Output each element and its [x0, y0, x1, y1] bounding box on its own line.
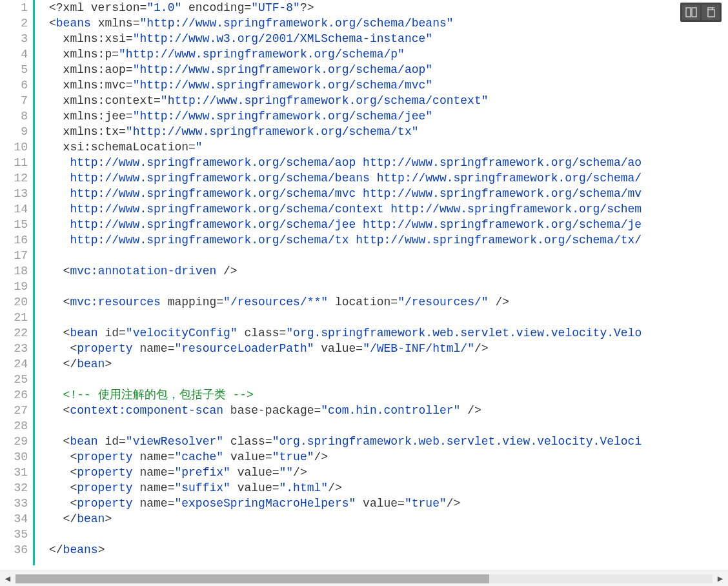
code-token: mapping=	[161, 296, 223, 308]
code-token: "com.hin.controller"	[321, 404, 460, 417]
code-token: </	[63, 512, 77, 525]
code-token: xmlns:p=	[49, 48, 119, 61]
code-token: "viewResolver"	[126, 435, 223, 448]
code-token: "prefix"	[174, 466, 230, 479]
code-line[interactable]: <bean id="viewResolver" class="org.sprin…	[49, 434, 728, 449]
code-token: class=	[223, 435, 272, 448]
code-line[interactable]: <!-- 使用注解的包，包括子类 -->	[49, 387, 728, 403]
split-view-button[interactable]	[682, 5, 700, 20]
code-token: "true"	[405, 497, 447, 510]
code-token: beans	[56, 17, 91, 30]
code-line[interactable]: xmlns:p="http://www.springframework.org/…	[49, 46, 728, 62]
line-number: 23	[0, 341, 28, 356]
line-number: 31	[0, 465, 28, 480]
code-line[interactable]: <property name="prefix" value=""/>	[49, 465, 728, 480]
code-token: />	[314, 450, 329, 463]
line-number: 36	[0, 542, 28, 558]
code-token: "UTF-8"	[251, 1, 300, 14]
code-line[interactable]: <property name="exposeSpringMacroHelpers…	[49, 496, 728, 511]
code-line[interactable]: xsi:schemaLocation="	[49, 139, 728, 155]
code-line[interactable]: xmlns:tx="http://www.springframework.org…	[49, 124, 728, 139]
code-token: "true"	[272, 450, 314, 463]
code-token: http://www.springframework.org/schema/tx…	[49, 234, 642, 247]
code-token: "http://www.springframework.org/schema/a…	[133, 63, 432, 76]
code-line[interactable]: <property name="suffix" value=".html"/>	[49, 480, 728, 496]
code-token	[49, 358, 63, 370]
code-token: value=	[223, 450, 272, 463]
line-number: 17	[0, 248, 28, 263]
code-token: encoding=	[181, 1, 251, 14]
code-content-area[interactable]: <?xml version="1.0" encoding="UTF-8"?><b…	[35, 0, 728, 565]
code-token	[49, 265, 63, 278]
code-line[interactable]: <?xml version="1.0" encoding="UTF-8"?>	[49, 0, 728, 15]
code-token: property	[77, 342, 132, 355]
code-line[interactable]: http://www.springframework.org/schema/co…	[49, 201, 728, 217]
code-token: xmlns:mvc=	[49, 79, 133, 92]
line-number: 1	[0, 0, 28, 15]
code-line[interactable]: http://www.springframework.org/schema/be…	[49, 170, 728, 186]
svg-rect-1	[692, 8, 696, 17]
copy-button[interactable]	[702, 5, 720, 20]
code-token: value=	[356, 497, 405, 510]
code-token: name=	[133, 342, 175, 355]
code-line[interactable]: </bean>	[49, 356, 728, 372]
code-line[interactable]	[49, 418, 728, 434]
code-line[interactable]: xmlns:mvc="http://www.springframework.or…	[49, 77, 728, 93]
code-line[interactable]: xmlns:jee="http://www.springframework.or…	[49, 108, 728, 124]
code-token: <?	[49, 1, 63, 14]
code-line[interactable]: <property name="resourceLoaderPath" valu…	[49, 341, 728, 356]
code-line[interactable]: xmlns:context="http://www.springframewor…	[49, 93, 728, 108]
scroll-thumb[interactable]	[15, 574, 489, 583]
code-token: />	[216, 265, 237, 278]
code-token: <	[70, 497, 77, 510]
scroll-left-arrow[interactable]: ◀	[0, 571, 15, 587]
code-line[interactable]: xmlns:aop="http://www.springframework.or…	[49, 62, 728, 77]
line-number: 32	[0, 480, 28, 496]
code-token: id=	[98, 327, 126, 339]
horizontal-scrollbar[interactable]: ◀ ▶	[0, 571, 728, 586]
line-number: 30	[0, 449, 28, 465]
code-token: property	[77, 497, 132, 510]
code-token: "/WEB-INF/html/"	[363, 342, 474, 355]
code-token: property	[77, 450, 132, 463]
line-number-gutter: 1234567891011121314151617181920212223242…	[0, 0, 35, 565]
code-line[interactable]: <mvc:annotation-driven />	[49, 263, 728, 279]
code-token: xmlns:context=	[49, 94, 161, 107]
code-line[interactable]: <property name="cache" value="true"/>	[49, 449, 728, 465]
code-line[interactable]: http://www.springframework.org/schema/mv…	[49, 186, 728, 201]
code-token: name=	[133, 466, 175, 479]
code-token: value=	[230, 466, 279, 479]
code-line[interactable]: xmlns:xsi="http://www.w3.org/2001/XMLSch…	[49, 31, 728, 46]
code-token: xmlns:xsi=	[49, 32, 133, 45]
code-line[interactable]	[49, 372, 728, 387]
code-token: xmlns=	[91, 17, 140, 30]
code-token: "http://www.springframework.org/schema/p…	[119, 48, 405, 61]
code-line[interactable]	[49, 279, 728, 294]
code-line[interactable]	[49, 527, 728, 542]
line-number: 26	[0, 387, 28, 403]
code-token: "http://www.springframework.org/schema/j…	[133, 110, 432, 123]
svg-rect-0	[686, 8, 691, 17]
code-line[interactable]: http://www.springframework.org/schema/ao…	[49, 155, 728, 170]
code-token: name=	[133, 497, 175, 510]
code-token: "http://www.springframework.org/schema/b…	[139, 17, 453, 30]
code-token: bean	[70, 435, 97, 448]
code-token: />	[489, 296, 509, 308]
code-line[interactable]: <beans xmlns="http://www.springframework…	[49, 15, 728, 31]
code-token	[49, 342, 70, 355]
code-line[interactable]: http://www.springframework.org/schema/tx…	[49, 232, 728, 248]
code-token: xmlns:aop=	[49, 63, 133, 76]
code-line[interactable]: </bean>	[49, 511, 728, 527]
code-line[interactable]: <mvc:resources mapping="/resources/**" l…	[49, 294, 728, 310]
code-line[interactable]: </beans>	[49, 542, 728, 558]
code-line[interactable]: <bean id="velocityConfig" class="org.spr…	[49, 325, 728, 341]
line-number: 5	[0, 62, 28, 77]
code-line[interactable]	[49, 310, 728, 325]
code-token: "org.springframework.web.servlet.view.ve…	[286, 327, 642, 339]
code-line[interactable]	[49, 248, 728, 263]
code-line[interactable]: http://www.springframework.org/schema/je…	[49, 217, 728, 232]
line-number: 22	[0, 325, 28, 341]
scroll-right-arrow[interactable]: ▶	[713, 571, 728, 587]
code-line[interactable]: <context:component-scan base-package="co…	[49, 403, 728, 418]
scroll-track[interactable]	[15, 574, 713, 583]
